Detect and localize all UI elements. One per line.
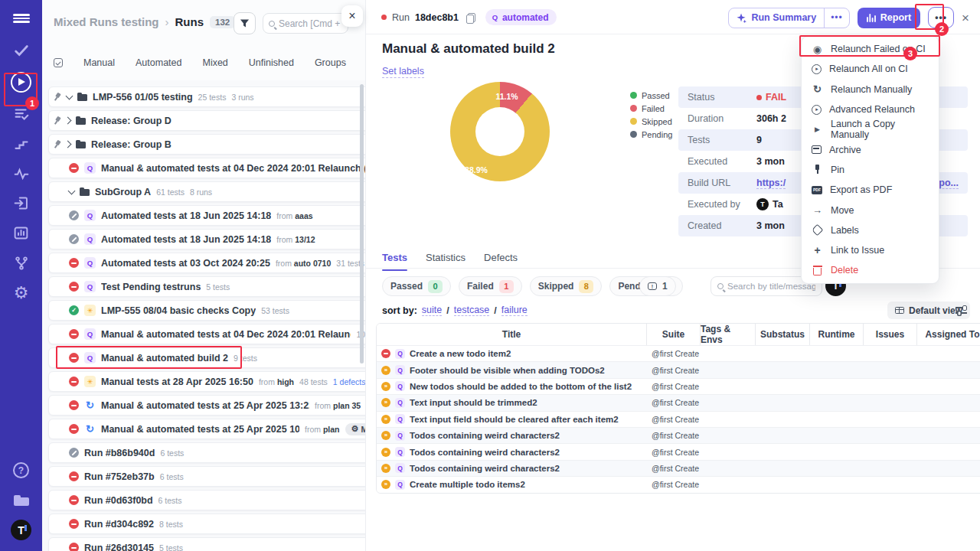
build-url-tail[interactable]: po... <box>939 178 959 189</box>
menu-item[interactable]: Archive <box>802 139 939 159</box>
run-list-item[interactable]: LMP-556 01/05 testing 25 tests 3 runs <box>48 86 365 107</box>
run-list-item[interactable]: Run #0d63f0bd 6 tests <box>48 490 365 510</box>
close-run-icon[interactable]: × <box>962 11 969 24</box>
status-filter-pill[interactable]: Passed 0 <box>382 276 451 296</box>
test-row[interactable]: Text input should be trimmed2 @first Cre… <box>377 394 980 410</box>
run-list-item[interactable]: Automated tests at 18 Jun 2025 14:18 fro… <box>48 229 365 249</box>
menu-item[interactable]: Move <box>802 200 939 220</box>
run-summary-button[interactable]: Run Summary <box>729 12 824 23</box>
run-defects-count[interactable]: 1 defects <box>333 377 365 386</box>
column-header[interactable]: Suite <box>647 324 701 345</box>
sort-by-failure[interactable]: failure <box>501 305 528 316</box>
column-header[interactable]: Issues <box>864 324 917 345</box>
filter-button[interactable] <box>234 12 256 34</box>
automated-badge[interactable]: automated <box>485 9 557 25</box>
menu-item[interactable]: Labels <box>802 220 939 240</box>
menu-item[interactable]: Pin <box>802 160 939 180</box>
test-title[interactable]: Text input should be trimmed2 <box>410 398 537 407</box>
test-title[interactable]: Create a new todo item2 <box>410 349 511 358</box>
run-list-item[interactable]: Automated tests at 03 Oct 2024 20:25 fro… <box>48 253 365 273</box>
run-list-item[interactable]: Run #752eb37b 6 tests <box>48 466 365 487</box>
chevron-down-icon[interactable] <box>68 187 76 194</box>
test-row[interactable]: Todos containing weird characters2 @firs… <box>377 460 980 476</box>
tests-check-icon[interactable] <box>0 35 42 65</box>
column-header[interactable]: Runtime <box>810 324 864 345</box>
test-row[interactable]: Text input field should be cleared after… <box>377 411 980 427</box>
sort-by-testcase[interactable]: testcase <box>454 305 490 316</box>
run-list-item[interactable]: Release: Group B <box>48 134 365 155</box>
report-button[interactable]: Report <box>858 8 920 28</box>
status-filter-pill[interactable]: Skipped 8 <box>530 276 603 296</box>
chevron-right-icon[interactable] <box>64 141 72 148</box>
runs-search-input[interactable] <box>279 18 342 29</box>
test-title[interactable]: Todos containing weird characters2 <box>410 431 560 440</box>
copy-icon[interactable] <box>466 13 474 22</box>
tab-manual[interactable]: Manual <box>83 57 115 68</box>
test-title[interactable]: Text input field should be cleared after… <box>410 415 619 424</box>
tab-automated[interactable]: Automated <box>136 57 181 68</box>
settings-gear-icon[interactable]: ⚙ <box>0 278 42 308</box>
run-list-item[interactable]: Manual tests at 28 Apr 2025 16:50 from h… <box>48 371 365 392</box>
analytics-icon[interactable] <box>0 218 42 248</box>
test-title[interactable]: New todos should be added to the bottom … <box>410 382 632 391</box>
sort-by-suite[interactable]: suite <box>422 305 442 316</box>
test-row[interactable]: Create multiple todo items2 @first Creat… <box>377 476 980 492</box>
run-list-item[interactable]: Release: Group D <box>48 110 365 131</box>
pulse-icon[interactable] <box>0 158 42 188</box>
test-title[interactable]: Footer should be visible when adding TOD… <box>410 366 605 375</box>
branches-icon[interactable] <box>0 248 42 278</box>
menu-item[interactable]: Export as PDF <box>802 180 939 200</box>
column-header[interactable]: Substatus <box>756 324 810 345</box>
menu-item[interactable]: Advanced Relaunch <box>802 99 939 119</box>
test-suite[interactable]: @first Create ... <box>647 362 701 377</box>
test-suite[interactable]: @first Create ... <box>647 346 701 361</box>
test-title[interactable]: Todos containing weird characters2 <box>410 448 560 457</box>
hamburger-menu-icon[interactable] <box>0 2 42 35</box>
status-filter-pill[interactable]: Failed 1 <box>459 276 522 296</box>
projects-folder-icon[interactable] <box>0 485 42 515</box>
run-summary-more-button[interactable]: ••• <box>824 8 849 28</box>
runs-search[interactable] <box>263 13 348 34</box>
run-list-item[interactable]: Run #d304c892 8 tests <box>48 514 365 534</box>
column-header[interactable]: Tags & Envs <box>701 324 756 345</box>
panel-scrollbar[interactable] <box>360 84 364 364</box>
run-list-item[interactable]: Automated tests at 18 Jun 2025 14:18 fro… <box>48 205 365 226</box>
test-title[interactable]: Todos containing weird characters2 <box>410 464 560 473</box>
run-list-item[interactable]: Manual & automated tests at 04 Dec 2024 … <box>48 324 365 344</box>
test-suite[interactable]: @first Create ... <box>647 444 701 459</box>
pin-icon[interactable] <box>51 139 63 150</box>
test-suite[interactable]: @first Create ... <box>647 461 701 476</box>
column-header[interactable]: Assigned To <box>917 324 980 345</box>
profile-avatar[interactable]: T <box>0 515 42 545</box>
tab-unfinished[interactable]: Unfinished <box>249 57 294 68</box>
menu-item[interactable]: Relaunch All on CI <box>802 59 939 79</box>
chevron-down-icon[interactable] <box>66 92 74 99</box>
column-header[interactable]: Title <box>377 324 647 345</box>
test-suite[interactable]: @first Create ... <box>647 477 701 492</box>
import-icon[interactable] <box>0 188 42 218</box>
run-list-item[interactable]: Run #26d30145 5 tests <box>48 537 365 551</box>
tab-groups[interactable]: Groups <box>315 57 346 68</box>
tab-mixed[interactable]: Mixed <box>202 57 227 68</box>
run-list-item[interactable]: Manual & automated tests at 04 Dec 2024 … <box>48 158 365 178</box>
test-suite[interactable]: @first Create ... <box>647 428 701 443</box>
test-title[interactable]: Create multiple todo items2 <box>410 480 525 489</box>
menu-item[interactable]: Delete <box>802 260 939 280</box>
run-list-item[interactable]: Manual & automated tests at 25 Apr 2025 … <box>48 395 365 416</box>
help-icon[interactable]: ? <box>0 455 42 485</box>
select-all-icon[interactable] <box>54 58 63 67</box>
test-row[interactable]: New todos should be added to the bottom … <box>377 378 980 394</box>
comments-filter-pill[interactable]: ! 1 <box>639 276 676 296</box>
pin-icon[interactable] <box>51 91 63 103</box>
detail-tab[interactable]: Defects <box>484 252 518 268</box>
test-row[interactable]: Create a new todo item2 @first Create ..… <box>377 345 980 361</box>
pin-icon[interactable] <box>51 115 63 126</box>
test-row[interactable]: Todos containing weird characters2 @firs… <box>377 443 980 459</box>
test-suite[interactable]: @first Create ... <box>647 412 701 427</box>
menu-item[interactable]: Link to Issue <box>802 240 939 260</box>
breadcrumb-project[interactable]: Mixed Runs testing <box>54 15 159 28</box>
test-suite[interactable]: @first Create ... <box>647 379 701 394</box>
menu-item[interactable]: Launch a Copy Manually <box>802 119 939 139</box>
run-list-item[interactable]: Manual & automated tests at 25 Apr 2025 … <box>48 419 365 439</box>
run-list-item[interactable]: Run #b86b940d 6 tests <box>48 442 365 463</box>
